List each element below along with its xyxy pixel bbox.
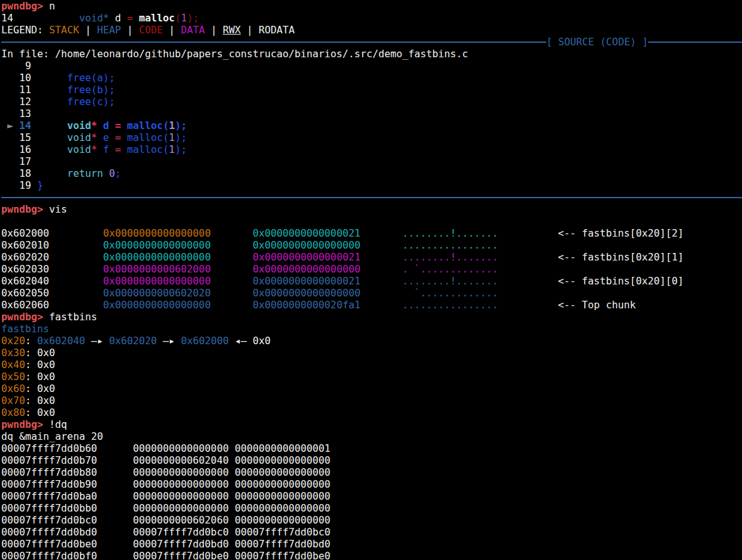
text-segment: ; [181,143,187,155]
text-segment: 0x0000000000000000 [252,287,360,299]
text-segment [361,275,403,287]
text-segment [49,227,103,239]
source-section-rule: [ SOURCE (CODE) ] [1,36,742,48]
text-segment: 00007ffff7dd0b60 0000000000000000 000000… [1,442,330,454]
text-segment: 0x0 [37,359,55,371]
text-segment: <-- fastbins[0x20][0] [558,275,684,287]
text-segment: <-- fastbins[0x20][1] [558,251,684,263]
text-segment: fastbins [49,311,97,323]
text-segment: 10 [1,72,67,84]
text-segment: 00007ffff7dd0ba0 0000000000000000 000000… [1,490,330,502]
text-segment: 00007ffff7dd0bf0 00007ffff7dd0be0 00007f… [1,550,330,560]
text-segment [211,227,253,239]
text-segment: dq &main_arena 20 [1,430,103,442]
text-segment: f [103,143,110,155]
text-segment: `............. [402,287,498,299]
vis-row-0x602030: 0x602030 0x0000000000602000 0x0000000000… [1,263,742,275]
text-segment: 0x602000 [1,227,49,239]
text-segment: ) [175,143,181,155]
text-segment: 0x0000000000000000 [252,263,360,275]
text-segment: 0x0 [37,347,55,359]
section-rule [1,191,742,203]
text-segment: n [49,0,55,12]
text-segment: RWX [223,24,241,36]
text-segment [157,335,163,347]
text-segment [103,167,110,179]
text-segment: ) [175,120,181,132]
text-segment: : [25,335,37,347]
source-line-14-current: ► 14 void* d = malloc(1); [1,120,742,132]
text-segment: 00007ffff7dd0bc0 0000000000602060 000000… [1,514,330,526]
fastbin-row-0x80: 0x80: 0x0 [1,406,742,418]
text-segment [361,263,403,275]
dq-row-0bd0: 00007ffff7dd0bd0 00007ffff7dd0bc0 00007f… [1,526,742,538]
text-segment: pwndbg> [1,203,49,215]
fastbin-row-0x60: 0x60: 0x0 [1,383,742,395]
text-segment: CODE [139,24,163,36]
text-segment: void [67,120,91,132]
text-segment: malloc [127,120,163,132]
text-segment: : [25,395,37,406]
text-segment [361,299,403,311]
text-segment: 0x20 [1,335,25,347]
text-segment: 18 [1,167,67,179]
text-segment: 12 [1,96,67,108]
text-segment: 0x602000 [181,335,228,347]
fastbin-row-0x30: 0x30: 0x0 [1,347,742,359]
text-segment [211,263,253,275]
dq-row-0bf0: 00007ffff7dd0bf0 00007ffff7dd0be0 00007f… [1,550,742,560]
text-segment: : [25,359,37,371]
text-segment [121,120,127,132]
text-segment: : [25,347,37,359]
vis-row-0x602000: 0x602000 0x0000000000000000 0x0000000000… [1,227,742,239]
text-segment: 15 [1,132,67,143]
text-segment: | [79,24,98,36]
vis-row-0x602020: 0x602020 0x0000000000000000 0x0000000000… [1,251,742,263]
text-segment [85,335,91,347]
text-segment [109,132,115,143]
text-segment: malloc [127,132,163,143]
text-segment: 0x0 [37,406,55,418]
text-segment: ) [187,12,193,24]
text-segment: = [115,143,121,155]
text-segment [97,143,103,155]
source-line-12: 12 free(c); [1,96,742,108]
text-segment: pwndbg> [1,418,49,430]
text-segment: * [91,143,98,155]
text-segment [49,239,103,251]
text-segment [247,335,253,347]
text-segment: pwndbg> [1,0,49,12]
text-segment: 0x30 [1,347,25,359]
text-segment: | [205,24,223,36]
text-segment: 11 [1,84,67,96]
text-segment: 0x40 [1,359,25,371]
text-segment [211,275,253,287]
text-segment [49,251,103,263]
text-segment: ........!....... [402,227,498,239]
text-segment: ................ [402,239,498,251]
text-segment [109,12,115,24]
text-segment: <-- Top chunk [558,299,636,311]
text-segment [1,120,8,132]
text-segment [498,275,558,287]
text-segment: 1 [181,12,187,24]
text-segment: RODATA [259,24,295,36]
legend-line: LEGEND: STACK | HEAP | CODE | DATA | RWX… [1,24,742,36]
text-segment: 0x70 [1,395,25,406]
text-segment: | [241,24,259,36]
text-segment: 00007ffff7dd0bd0 00007ffff7dd0bc0 00007f… [1,526,330,538]
fastbin-row-0x70: 0x70: 0x0 [1,395,742,406]
text-segment [211,239,253,251]
horizontal-rule [1,197,742,198]
text-segment [13,12,79,24]
source-line-17: 17 [1,155,742,167]
text-segment: 0 [109,167,115,179]
text-segment: 0x50 [1,371,25,383]
text-segment [121,143,127,155]
text-segment: fastbins [1,323,49,335]
text-segment: STACK [49,24,79,36]
text-segment: In file: /home/leonardo/github/papers_co… [1,48,468,60]
text-segment [361,287,403,299]
source-echo-line: 14 void* d = malloc(1); [1,12,742,24]
text-segment: 0x0 [37,371,55,383]
